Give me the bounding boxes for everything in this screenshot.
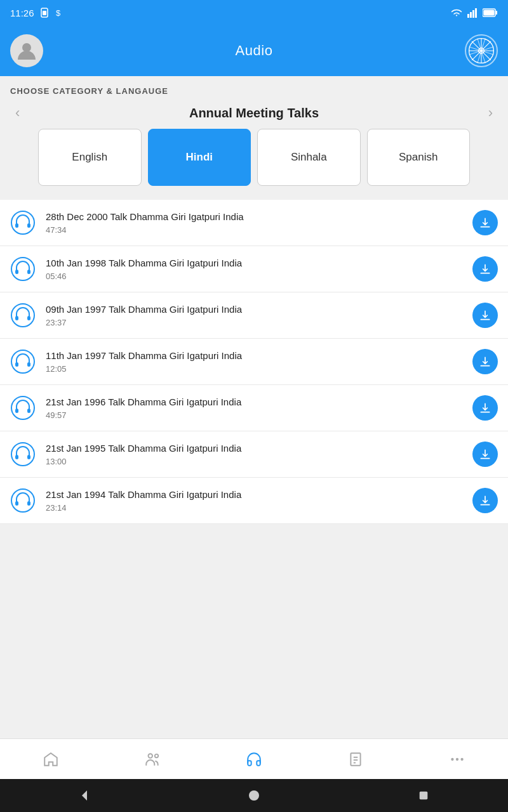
android-home-icon <box>248 789 260 802</box>
avatar[interactable] <box>10 34 43 67</box>
android-recent-icon <box>418 790 429 801</box>
track-title: 09th Jan 1997 Talk Dhamma Giri Igatpuri … <box>46 303 462 316</box>
nav-home[interactable] <box>0 739 102 779</box>
track-audio-icon <box>10 349 36 374</box>
download-icon <box>479 494 491 507</box>
lang-btn-english[interactable]: English <box>38 129 142 186</box>
svg-rect-40 <box>15 501 18 506</box>
track-item: 21st Jan 1996 Talk Dhamma Giri Igatpuri … <box>0 385 508 431</box>
download-icon <box>479 309 491 322</box>
header-logo[interactable] <box>465 34 498 67</box>
battery-icon <box>483 8 498 17</box>
nav-notes[interactable] <box>305 739 406 779</box>
download-icon <box>479 448 491 461</box>
svg-rect-8 <box>496 11 498 15</box>
track-duration: 23:37 <box>46 318 462 327</box>
svg-rect-3 <box>467 14 469 18</box>
track-title: 21st Jan 1994 Talk Dhamma Giri Igatpuri … <box>46 488 462 501</box>
next-category-button[interactable]: › <box>483 105 498 121</box>
track-audio-icon <box>10 210 36 235</box>
svg-rect-31 <box>15 362 18 367</box>
svg-rect-5 <box>472 10 474 18</box>
svg-rect-6 <box>475 8 477 18</box>
android-recent[interactable] <box>415 787 432 804</box>
track-info: 21st Jan 1994 Talk Dhamma Giri Igatpuri … <box>46 488 462 513</box>
track-duration: 05:46 <box>46 272 462 281</box>
wifi-icon <box>450 8 464 18</box>
svg-text:$: $ <box>56 8 61 18</box>
android-back[interactable] <box>76 787 93 804</box>
track-list: 28th Dec 2000 Talk Dhamma Giri Igatpuri … <box>0 200 508 524</box>
signal-icon <box>467 8 479 18</box>
track-item: 11th Jan 1997 Talk Dhamma Giri Igatpuri … <box>0 339 508 385</box>
status-left: 11:26 $ <box>10 8 66 18</box>
track-info: 11th Jan 1997 Talk Dhamma Giri Igatpuri … <box>46 350 462 374</box>
svg-rect-28 <box>15 316 18 320</box>
track-title: 21st Jan 1995 Talk Dhamma Giri Igatpuri … <box>46 442 462 455</box>
lang-btn-sinhala[interactable]: Sinhala <box>257 129 361 186</box>
track-audio-icon <box>10 488 36 513</box>
svg-rect-38 <box>27 455 30 459</box>
svg-rect-29 <box>27 316 30 320</box>
svg-rect-37 <box>15 455 18 459</box>
status-bar: 11:26 $ <box>0 0 508 25</box>
track-info: 09th Jan 1997 Talk Dhamma Giri Igatpuri … <box>46 303 462 327</box>
android-home[interactable] <box>246 787 262 804</box>
track-item: 28th Dec 2000 Talk Dhamma Giri Igatpuri … <box>0 200 508 246</box>
svg-point-52 <box>249 790 259 801</box>
prev-category-button[interactable]: ‹ <box>10 105 25 121</box>
nav-more[interactable] <box>406 739 508 779</box>
app-header: Audio <box>0 25 508 76</box>
track-duration: 23:14 <box>46 503 462 513</box>
download-button[interactable] <box>472 210 498 235</box>
time-display: 11:26 <box>10 8 34 18</box>
svg-rect-53 <box>419 792 427 800</box>
bottom-nav <box>0 738 508 779</box>
download-button[interactable] <box>472 256 498 282</box>
track-title: 21st Jan 1996 Talk Dhamma Giri Igatpuri … <box>46 396 462 409</box>
track-info: 28th Dec 2000 Talk Dhamma Giri Igatpuri … <box>46 211 462 235</box>
nav-audio[interactable] <box>203 739 305 779</box>
download-button[interactable] <box>472 303 498 328</box>
sim-icon <box>39 8 50 18</box>
svg-rect-35 <box>27 409 30 413</box>
track-duration: 13:00 <box>46 457 462 466</box>
language-buttons: English Hindi Sinhala Spanish <box>10 129 498 186</box>
svg-rect-23 <box>27 223 30 228</box>
nav-community[interactable] <box>102 739 203 779</box>
svg-point-50 <box>460 757 463 760</box>
lang-btn-spanish[interactable]: Spanish <box>367 129 471 186</box>
audio-nav-icon <box>246 751 262 768</box>
svg-rect-4 <box>470 12 472 18</box>
track-title: 10th Jan 1998 Talk Dhamma Giri Igatpuri … <box>46 257 462 270</box>
download-button[interactable] <box>472 349 498 374</box>
category-carousel: ‹ Annual Meeting Talks › <box>10 105 498 121</box>
svg-rect-34 <box>15 409 18 413</box>
track-title: 11th Jan 1997 Talk Dhamma Giri Igatpuri … <box>46 350 462 362</box>
track-duration: 12:05 <box>46 364 462 374</box>
category-section: CHOOSE CATEGORY & LANGAUGE ‹ Annual Meet… <box>0 76 508 200</box>
notes-icon <box>347 751 364 768</box>
svg-rect-26 <box>27 270 30 274</box>
category-title: Annual Meeting Talks <box>25 106 483 121</box>
track-info: 10th Jan 1998 Talk Dhamma Giri Igatpuri … <box>46 257 462 281</box>
svg-point-42 <box>149 754 153 758</box>
svg-rect-1 <box>43 11 46 15</box>
back-icon <box>78 789 91 802</box>
android-nav <box>0 779 508 812</box>
status-right <box>450 8 498 18</box>
track-info: 21st Jan 1996 Talk Dhamma Giri Igatpuri … <box>46 396 462 420</box>
svg-rect-44 <box>351 753 360 766</box>
track-audio-icon <box>10 395 36 421</box>
track-info: 21st Jan 1995 Talk Dhamma Giri Igatpuri … <box>46 442 462 466</box>
download-button[interactable] <box>472 442 498 467</box>
track-duration: 47:34 <box>46 225 462 235</box>
header-title: Audio <box>236 43 273 59</box>
download-button[interactable] <box>472 488 498 513</box>
track-audio-icon <box>10 303 36 328</box>
lang-btn-hindi[interactable]: Hindi <box>148 129 251 186</box>
track-audio-icon <box>10 442 36 467</box>
download-icon <box>479 216 491 229</box>
category-label: CHOOSE CATEGORY & LANGAUGE <box>10 86 498 96</box>
download-button[interactable] <box>472 395 498 421</box>
